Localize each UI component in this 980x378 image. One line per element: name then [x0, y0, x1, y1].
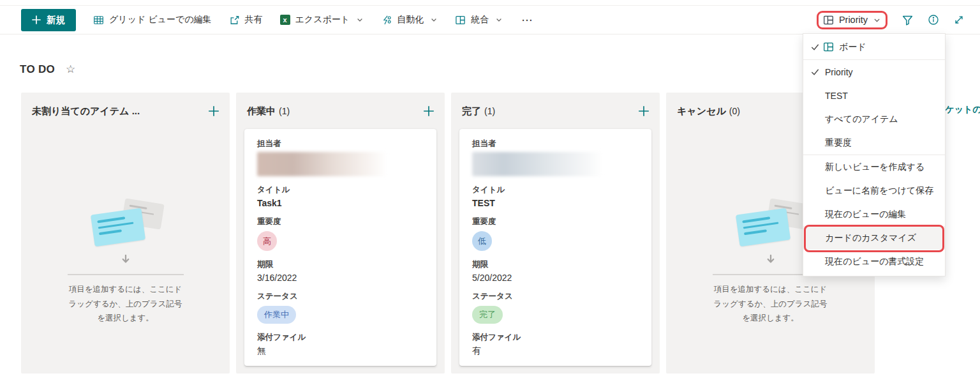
filter-icon[interactable] — [902, 14, 914, 26]
field-value-due: 5/20/2022 — [472, 273, 639, 283]
menu-item-label: カードのカスタマイズ — [825, 232, 916, 244]
field-label-due: 期限 — [257, 259, 424, 270]
column-in-progress: 作業中 (1) 担当者 タイトル Task1 重要度 高 期限 3/16/202… — [236, 93, 445, 374]
field-label-status: ステータス — [257, 291, 424, 302]
field-value-due: 3/16/2022 — [257, 273, 424, 283]
menu-item-label: 新しいビューを作成する — [825, 162, 924, 173]
field-label-severity: 重要度 — [472, 216, 639, 227]
board-view-icon — [823, 15, 834, 26]
board-view-icon — [823, 42, 834, 52]
page-title: TO DO — [20, 63, 55, 76]
add-item-icon[interactable] — [636, 103, 651, 119]
menu-item-save-view-as[interactable]: ビューに名前をつけて保存 — [803, 179, 945, 202]
view-selector-button[interactable]: Priority — [823, 15, 881, 26]
menu-item-format-current-view[interactable]: 現在のビューの書式設定 — [803, 250, 945, 273]
menu-item-label: 現在のビューの編集 — [825, 209, 906, 220]
empty-hint-text: 項目を追加するには、ここにドラッグするか、上のプラス記号を選択します。 — [65, 282, 186, 326]
menu-item-edit-current-view[interactable]: 現在のビューの編集 — [803, 202, 945, 226]
menu-item-label: TEST — [825, 91, 848, 101]
menu-item-label: すべてのアイテム — [825, 114, 898, 125]
empty-hint-text: 項目を追加するには、ここにドラッグするか、上のプラス記号を選択します。 — [710, 282, 831, 326]
empty-cards-illustration — [75, 201, 177, 253]
new-item-label: 新規 — [47, 14, 65, 26]
integrate-label: 統合 — [471, 14, 489, 26]
automate-button[interactable]: 自動化 — [381, 14, 438, 26]
chevron-down-icon — [356, 16, 364, 24]
menu-item-view-test[interactable]: TEST — [803, 84, 945, 107]
divider — [68, 274, 184, 275]
menu-item-customize-cards[interactable]: カードのカスタマイズ — [803, 226, 945, 250]
share-button[interactable]: 共有 — [229, 14, 263, 26]
field-label-title: タイトル — [257, 185, 424, 195]
info-icon[interactable] — [928, 14, 939, 26]
field-label-due: 期限 — [472, 259, 639, 270]
severity-badge: 低 — [472, 231, 492, 251]
status-badge: 作業中 — [257, 306, 296, 324]
arrow-down-icon — [765, 253, 776, 265]
assignee-redacted — [472, 152, 602, 176]
menu-item-label: 重要度 — [825, 137, 852, 149]
view-selector-label: Priority — [839, 15, 868, 25]
edit-grid-view-button[interactable]: グリッド ビューでの編集 — [93, 14, 212, 26]
add-item-icon[interactable] — [421, 103, 436, 119]
chevron-down-icon — [430, 16, 438, 24]
column-unassigned: 未割り当てのアイテム ... 項目を追加するには、ここにドラッグするか、上のプラ… — [21, 93, 230, 374]
field-value-attachments: 有 — [472, 345, 639, 357]
assignee-redacted — [257, 152, 387, 176]
column-title: 未割り当てのアイテム ... — [32, 105, 140, 117]
fullscreen-icon[interactable] — [953, 14, 965, 26]
column-count: (0) — [729, 106, 740, 116]
menu-item-board[interactable]: ボード — [803, 35, 945, 59]
command-bar: 新規 グリッド ビューでの編集 共有 x エクス — [0, 5, 980, 34]
column-count: (1) — [279, 106, 290, 116]
column-count: (1) — [484, 106, 495, 116]
task-card[interactable]: 担当者 タイトル Task1 重要度 高 期限 3/16/2022 ステータス … — [244, 129, 436, 366]
field-label-attachments: 添付ファイル — [257, 332, 424, 343]
excel-icon: x — [280, 15, 290, 25]
chevron-down-icon — [495, 16, 503, 24]
integrate-icon — [455, 15, 466, 26]
status-badge: 完了 — [472, 306, 503, 324]
new-item-button[interactable]: 新規 — [21, 9, 76, 31]
share-label: 共有 — [245, 14, 263, 26]
check-icon — [810, 42, 820, 52]
integrate-button[interactable]: 統合 — [455, 14, 503, 26]
severity-badge: 高 — [257, 231, 277, 251]
star-icon[interactable]: ☆ — [66, 63, 75, 76]
more-commands-button[interactable]: ⋯ — [520, 13, 534, 27]
field-label-assignee: 担当者 — [257, 139, 424, 149]
menu-item-create-new-view[interactable]: 新しいビューを作成する — [803, 155, 945, 179]
field-label-severity: 重要度 — [257, 216, 424, 227]
grid-icon — [93, 15, 104, 26]
field-label-assignee: 担当者 — [472, 139, 639, 149]
export-button[interactable]: x エクスポート — [280, 14, 364, 26]
check-icon — [810, 67, 820, 77]
column-title: 作業中 — [247, 105, 276, 117]
column-title: キャンセル — [677, 105, 726, 117]
chevron-down-icon — [873, 16, 881, 24]
add-item-icon[interactable] — [206, 103, 221, 119]
menu-item-label: Priority — [825, 67, 853, 77]
menu-item-label: ビューに名前をつけて保存 — [825, 185, 933, 197]
share-icon — [229, 15, 240, 26]
menu-item-label: 現在のビューの書式設定 — [825, 256, 924, 268]
kanban-board: 未割り当てのアイテム ... 項目を追加するには、ここにドラッグするか、上のプラ… — [21, 93, 875, 374]
column-done: 完了 (1) 担当者 タイトル TEST 重要度 低 期限 5/20/2022 — [451, 93, 660, 374]
annotation-highlight-view-selector: Priority — [817, 11, 887, 29]
field-label-title: タイトル — [472, 185, 639, 195]
arrow-down-icon — [120, 253, 131, 265]
view-selector-menu: ボード Priority TEST すべてのアイテム 重要度 新しいビューを作成… — [803, 33, 946, 276]
menu-item-view-all-items[interactable]: すべてのアイテム — [803, 107, 945, 131]
task-card[interactable]: 担当者 タイトル TEST 重要度 低 期限 5/20/2022 ステータス 完… — [459, 129, 651, 366]
field-label-attachments: 添付ファイル — [472, 332, 639, 343]
field-value-title: TEST — [472, 198, 639, 208]
plus-icon — [32, 15, 41, 24]
empty-drop-zone[interactable]: 項目を追加するには、ここにドラッグするか、上のプラス記号を選択します。 — [21, 125, 230, 326]
column-title: 完了 — [462, 105, 481, 117]
menu-item-view-priority[interactable]: Priority — [803, 60, 945, 84]
field-value-title: Task1 — [257, 198, 424, 208]
field-value-attachments: 無 — [257, 345, 424, 357]
flow-icon — [381, 15, 392, 26]
menu-item-label: ボード — [839, 42, 866, 53]
menu-item-view-severity[interactable]: 重要度 — [803, 131, 945, 155]
